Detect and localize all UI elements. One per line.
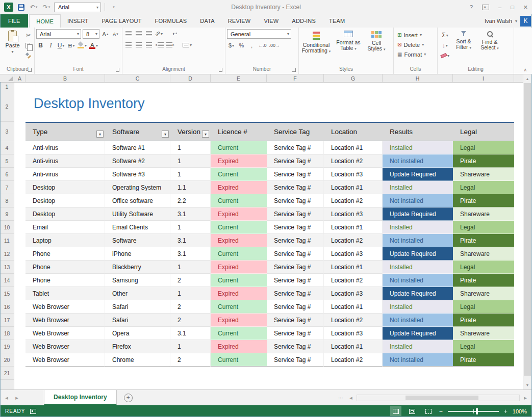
cell[interactable] (105, 367, 170, 380)
cell-results[interactable]: Update Required (383, 247, 453, 260)
autosum-button[interactable]: Σ▾ (440, 31, 450, 40)
row-header-12[interactable]: 12 (0, 247, 14, 260)
cell-software[interactable]: Safari (105, 314, 170, 327)
font-color-button[interactable]: A▾ (89, 41, 98, 50)
borders-button[interactable]: ⊞▾ (67, 41, 75, 50)
cell-type[interactable]: Web Browser (26, 300, 105, 314)
increase-indent-button[interactable]: ▸ (166, 40, 175, 49)
column-header-e[interactable]: E (211, 74, 267, 82)
cell-licence[interactable]: Expired (211, 340, 267, 353)
filter-button-version[interactable]: ▾ (202, 131, 209, 138)
row-header-20[interactable]: 20 (0, 353, 14, 367)
cell-version[interactable]: 2 (170, 274, 211, 287)
avatar[interactable]: K (520, 16, 531, 27)
cell-licence[interactable]: Current (211, 247, 267, 260)
cell-licence[interactable]: Expired (211, 207, 267, 221)
cell-service-tag[interactable]: Service Tag # (267, 234, 324, 247)
cell[interactable] (267, 367, 324, 380)
cell-results[interactable]: Not installed (383, 353, 453, 367)
cell-type[interactable]: Tablet (26, 287, 105, 300)
zoom-slider-thumb[interactable] (476, 408, 478, 414)
row-header-15[interactable]: 15 (0, 287, 14, 300)
cell[interactable] (14, 340, 26, 353)
cell-version[interactable]: 3.1 (170, 247, 211, 260)
cell-licence[interactable]: Current (211, 221, 267, 234)
cell-service-tag[interactable]: Service Tag # (267, 274, 324, 287)
cell-results[interactable]: Installed (383, 221, 453, 234)
sheet-nav-left-button[interactable]: ◂ (2, 390, 11, 405)
header-software[interactable]: Software▾ (105, 122, 170, 141)
filter-button-type[interactable]: ▾ (96, 131, 104, 138)
zoom-out-button[interactable]: − (439, 408, 443, 415)
cell-software[interactable]: Software #1 (105, 141, 170, 154)
cell-location[interactable]: Location #3 (324, 327, 383, 340)
column-header-d[interactable]: D (170, 74, 211, 82)
align-middle-button[interactable] (134, 29, 143, 38)
customize-qat-button[interactable]: ▾ (109, 2, 119, 12)
cell-licence[interactable]: Expired (211, 260, 267, 274)
row-header-6[interactable]: 6 (0, 168, 14, 181)
header-location[interactable]: Location (324, 122, 383, 141)
underline-button[interactable]: U▾ (57, 41, 65, 50)
cell-results[interactable]: Not installed (383, 274, 453, 287)
tab-page-layout[interactable]: PAGE LAYOUT (95, 14, 148, 28)
grow-font-button[interactable]: A▴ (101, 30, 110, 39)
cell[interactable] (324, 83, 383, 91)
decrease-indent-button[interactable]: ◂ (155, 40, 164, 49)
zoom-level[interactable]: 100% (513, 408, 527, 414)
cell-version[interactable]: 1.1 (170, 181, 211, 194)
cell-location[interactable]: Location #2 (324, 234, 383, 247)
cell-location[interactable]: Location #2 (324, 353, 383, 367)
cell-service-tag[interactable]: Service Tag # (267, 300, 324, 314)
ribbon-display-options-button[interactable] (482, 5, 489, 10)
tab-scroll-divider[interactable]: ⋯ (336, 395, 345, 401)
cell-results[interactable]: Update Required (383, 168, 453, 181)
row-header-18[interactable]: 18 (0, 327, 14, 340)
cell-software[interactable]: Email Clients (105, 221, 170, 234)
cell-type[interactable]: Web Browser (26, 340, 105, 353)
cell-location[interactable]: Location #3 (324, 287, 383, 300)
cell-licence[interactable]: Current (211, 300, 267, 314)
percent-style-button[interactable]: % (237, 41, 246, 50)
cell[interactable] (14, 122, 26, 141)
row-header-19[interactable]: 19 (0, 340, 14, 353)
cell[interactable] (14, 300, 26, 314)
row-header-21[interactable]: 21 (0, 367, 14, 380)
cell-software[interactable]: Samsung (105, 274, 170, 287)
cell[interactable] (14, 83, 26, 91)
format-as-table-button[interactable]: Format as Table ▾ (334, 29, 363, 51)
decrease-decimal-button[interactable]: .00→ (269, 41, 281, 50)
row-header-8[interactable]: 8 (0, 194, 14, 207)
cell-software[interactable]: Software (105, 234, 170, 247)
cell-location[interactable]: Location #2 (324, 194, 383, 207)
format-cells-button[interactable]: ▦Format▾ (395, 49, 436, 59)
cell[interactable] (14, 353, 26, 367)
increase-decimal-button[interactable]: ←.0 (258, 41, 267, 50)
cell-licence[interactable]: Expired (211, 314, 267, 327)
cell-service-tag[interactable]: Service Tag # (267, 353, 324, 367)
cell-software[interactable]: iPhone (105, 247, 170, 260)
cell-software[interactable]: Utility Software (105, 207, 170, 221)
align-bottom-button[interactable] (144, 29, 153, 38)
cell[interactable] (453, 367, 514, 380)
help-button[interactable]: ? (470, 4, 473, 10)
cell-location[interactable]: Location #1 (324, 260, 383, 274)
cell[interactable] (211, 83, 267, 91)
font-size-select[interactable]: 8▾ (83, 29, 99, 39)
cell[interactable]: Desktop Inventory (26, 91, 105, 122)
page-break-view-button[interactable] (423, 406, 434, 416)
cell-legal[interactable]: Shareware (453, 247, 514, 260)
font-dialog-launcher[interactable] (116, 68, 119, 72)
cell-location[interactable]: Location #3 (324, 247, 383, 260)
cell[interactable] (14, 367, 26, 380)
cell[interactable] (26, 367, 105, 380)
cell-legal[interactable]: Legal (453, 141, 514, 154)
cell-service-tag[interactable]: Service Tag # (267, 181, 324, 194)
cell-service-tag[interactable]: Service Tag # (267, 154, 324, 168)
cell-type[interactable]: Phone (26, 260, 105, 274)
row-header-5[interactable]: 5 (0, 154, 14, 168)
alignment-dialog-launcher[interactable] (219, 68, 222, 72)
row-header-3[interactable]: 3 (0, 122, 14, 141)
row-header-17[interactable]: 17 (0, 314, 14, 327)
cell-software[interactable]: Software #3 (105, 168, 170, 181)
